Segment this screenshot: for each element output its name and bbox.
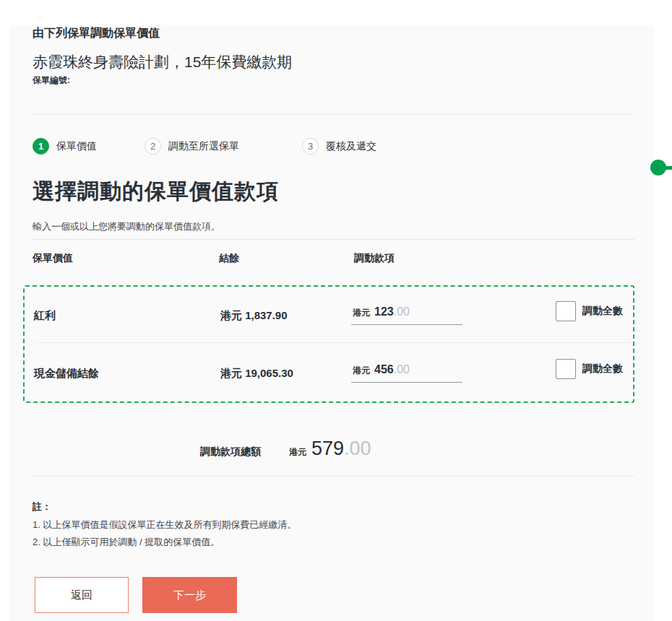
transfer-all-checkbox[interactable] (556, 301, 576, 321)
total-row: 調動款項總額 港元 579 .00 (33, 438, 634, 460)
transfer-all-group: 調動全數 (556, 301, 623, 321)
row-name: 紅利 (34, 303, 220, 323)
step-3-circle: 3 (302, 138, 319, 155)
transfer-all-group: 調動全數 (556, 359, 623, 379)
row-balance: 港元 19,065.30 (220, 360, 356, 381)
section-title: 選擇調動的保單價值款項 (33, 175, 634, 207)
note-item-1: 1. 以上保單價值是假設保單正在生效及所有到期保費已經繳清。 (33, 518, 634, 531)
step-2-circle: 2 (145, 138, 161, 155)
highlighted-value-rows: 紅利 港元 1,837.90 港元123.00 調動全數 現金儲備結餘 港元 1… (23, 285, 634, 403)
stepper: 1 保單價值 2 調動至所選保單 3 覆核及遞交 (33, 138, 634, 155)
amount-integer: 123 (374, 305, 394, 318)
row-name: 現金儲備結餘 (34, 360, 220, 381)
currency-prefix: 港元 (353, 365, 370, 377)
table-row-cash-reserve: 現金儲備結餘 港元 19,065.30 港元456.00 調動全數 (34, 343, 633, 401)
total-label: 調動款項總額 (200, 446, 261, 459)
total-amount-decimal: .00 (344, 438, 371, 460)
total-amount-integer: 579 (311, 438, 344, 460)
note-item-2: 2. 以上僅顯示可用於調動 / 提取的保單價值。 (33, 536, 634, 548)
step-1-label: 保單價值 (56, 140, 97, 153)
step-policy-value: 1 保單價值 (33, 138, 97, 155)
transfer-all-label: 調動全數 (582, 305, 623, 318)
step-review-submit: 3 覆核及遞交 (302, 138, 376, 155)
transfer-all-label: 調動全數 (582, 362, 623, 375)
notes-label: 註： (33, 500, 634, 513)
step-3-label: 覆核及遞交 (326, 140, 376, 153)
plan-name: 赤霞珠終身壽險計劃，15年保費繳款期 (33, 52, 634, 72)
header-transfer-amount: 調動款項 (354, 252, 634, 265)
header-balance: 結餘 (219, 252, 354, 265)
amount-decimal: .00 (394, 363, 410, 376)
divider (33, 114, 634, 115)
action-buttons: 返回 下一步 (35, 577, 634, 613)
step-transfer-to-policy: 2 調動至所選保單 (145, 138, 239, 155)
next-button[interactable]: 下一步 (142, 577, 237, 613)
currency-prefix: 港元 (353, 307, 370, 319)
notes-section: 註： 1. 以上保單價值是假設保單正在生效及所有到期保費已經繳清。 2. 以上僅… (33, 500, 634, 548)
back-button[interactable]: 返回 (35, 577, 129, 613)
transfer-all-checkbox[interactable] (556, 359, 576, 379)
table-row-dividend: 紅利 港元 1,837.90 港元123.00 調動全數 (34, 287, 633, 342)
page-title: 由下列保單調動保單價值 (33, 25, 634, 41)
table-header-row: 保單價值 結餘 調動款項 (33, 240, 634, 265)
step-2-label: 調動至所選保單 (168, 140, 239, 153)
header-policy-value: 保單價值 (33, 252, 219, 265)
transfer-amount-input[interactable]: 港元123.00 (351, 303, 462, 325)
step-1-circle: 1 (33, 138, 49, 155)
amount-integer: 456 (374, 363, 394, 376)
total-currency: 港元 (289, 446, 306, 459)
transfer-amount-input[interactable]: 港元456.00 (351, 360, 462, 383)
divider (33, 476, 634, 477)
green-marker-line (664, 166, 672, 170)
section-subtitle: 輸入一個或以上您將要調動的保單價值款項。 (33, 220, 634, 236)
amount-decimal: .00 (394, 305, 410, 318)
row-balance: 港元 1,837.90 (220, 303, 356, 323)
policy-transfer-panel: 由下列保單調動保單價值 赤霞珠終身壽險計劃，15年保費繳款期 保單編號: 1 保… (9, 25, 654, 621)
policy-number-label: 保單編號: (33, 74, 634, 87)
